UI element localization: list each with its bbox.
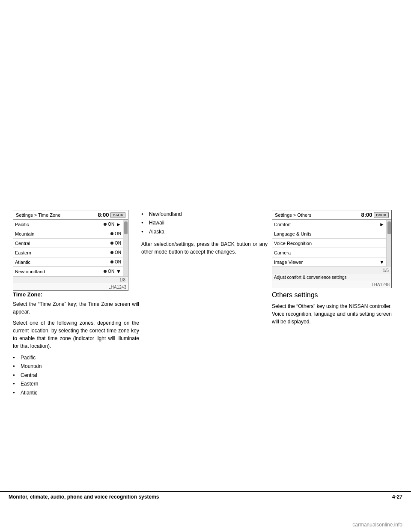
others-label-camera: Camera (274, 250, 291, 255)
others-row-comfort[interactable]: Comfort ► (272, 220, 386, 229)
tz-label-mountain: Mountain (15, 231, 110, 236)
left-screen-time-area: 8:00 BACK (98, 212, 125, 218)
middle-bullets-area: Newfoundland Hawaii Alaska After selecti… (141, 210, 268, 259)
tz-on-pacific: ON (104, 222, 114, 227)
right-lha-label: LHA1248 (272, 281, 391, 288)
left-text-area: Time Zone: Select the “Time Zone” key; t… (13, 291, 139, 397)
bullet-eastern: Eastern (13, 380, 139, 388)
right-screen-panel: Settings > Others 8:00 BACK Comfort ► La… (272, 210, 392, 288)
left-screen-panel: Settings > Time Zone 8:00 BACK Pacific O… (13, 210, 128, 291)
tz-row-central[interactable]: Central ON (13, 239, 123, 248)
others-row-language[interactable]: Language & Units (272, 229, 386, 239)
right-screen-time: 8:00 (361, 212, 372, 218)
tz-on-label-newfoundland: ON (108, 269, 114, 274)
left-lha-label: LHA1243 (13, 284, 128, 290)
left-screen-time: 8:00 (98, 212, 109, 218)
tz-scrollbar-thumb (124, 221, 128, 234)
page: Settings > Time Zone 8:00 BACK Pacific O… (0, 0, 411, 532)
others-row-camera[interactable]: Camera (272, 248, 386, 257)
right-screen-title: Settings > Others (275, 212, 311, 218)
tz-label-central: Central (15, 241, 110, 246)
others-label-language: Language & Units (274, 231, 311, 236)
tz-label-eastern: Eastern (15, 250, 110, 255)
bullet-alaska: Alaska (141, 227, 268, 236)
bullet-pacific: Pacific (13, 353, 139, 362)
tz-dot-eastern (110, 251, 113, 254)
others-scrollbar[interactable] (386, 220, 391, 267)
bottom-bar: Monitor, climate, audio, phone and voice… (0, 491, 411, 502)
tz-on-mountain: ON (110, 231, 121, 236)
right-page-indicator: 1/5 (383, 268, 389, 273)
others-text-area: Others settings Select the “Others” key … (272, 291, 392, 329)
tz-on-label-eastern: ON (115, 250, 121, 255)
tz-list-with-scroll: Pacific ON ► Mountain ON (13, 220, 128, 276)
others-arrow-image-viewer: ▼ (379, 259, 384, 265)
bullet-hawaii: Hawaii (141, 218, 268, 227)
left-screen-footer: 1/8 (13, 276, 128, 283)
tz-arrow-pacific: ► (116, 221, 121, 227)
after-selection-text: After selection/settings, press the BACK… (141, 240, 268, 256)
tz-on-eastern: ON (110, 250, 121, 255)
others-label-voice: Voice Recognition (274, 241, 312, 246)
tz-dot-pacific (104, 223, 107, 226)
tz-dot-central (110, 242, 113, 245)
others-row-voice[interactable]: Voice Recognition (272, 239, 386, 248)
right-back-button[interactable]: BACK (374, 212, 389, 218)
left-screen-header: Settings > Time Zone 8:00 BACK (13, 210, 128, 220)
tz-on-central: ON (110, 241, 121, 245)
others-scrollbar-thumb (387, 221, 391, 234)
bottom-bar-left-text: Monitor, climate, audio, phone and voice… (9, 494, 159, 500)
tz-dot-atlantic (110, 260, 113, 263)
tz-row-pacific[interactable]: Pacific ON ► (13, 220, 123, 229)
bullet-central: Central (13, 371, 139, 380)
tz-on-label-pacific: ON (108, 222, 114, 227)
others-body-text: Select the “Others” key using the NISSAN… (272, 302, 392, 326)
tz-dot-newfoundland (104, 270, 107, 273)
tz-arrow-bottom: ▼ (116, 269, 121, 275)
left-back-button[interactable]: BACK (110, 212, 125, 218)
tz-dot-mountain (110, 232, 113, 235)
tz-rows-area: Pacific ON ► Mountain ON (13, 220, 123, 276)
time-zone-bullet-list: Pacific Mountain Central Eastern Atlanti… (13, 353, 139, 397)
right-screen-header: Settings > Others 8:00 BACK (272, 210, 391, 220)
tz-scrollbar[interactable] (123, 220, 128, 276)
others-arrow-comfort: ► (379, 221, 384, 227)
continuation-bullet-list: Newfoundland Hawaii Alaska (141, 210, 268, 236)
tz-on-label-atlantic: ON (115, 260, 121, 264)
watermark: carmanualsonline.info (352, 522, 402, 528)
tz-row-mountain[interactable]: Mountain ON (13, 229, 123, 239)
tz-label-newfoundland: Newfoundland (15, 269, 104, 274)
others-label-comfort: Comfort (274, 222, 291, 227)
left-screen-title: Settings > Time Zone (16, 212, 60, 218)
tz-row-eastern[interactable]: Eastern ON (13, 248, 123, 257)
tz-on-label-mountain: ON (115, 231, 121, 236)
left-page-indicator: 1/8 (119, 278, 125, 282)
others-label-image-viewer: Image Viewer (274, 260, 303, 265)
bullet-mountain: Mountain (13, 362, 139, 371)
tz-label-atlantic: Atlantic (15, 260, 110, 265)
right-screen-body: Comfort ► Language & Units Voice Recogni… (272, 220, 391, 267)
right-screen-time-area: 8:00 BACK (361, 212, 389, 218)
right-status-text: Adjust comfort & convenience settings (272, 274, 391, 281)
page-number: 4-27 (392, 494, 402, 500)
time-zone-para-2: Select one of the following zones, depen… (13, 319, 139, 350)
tz-on-newfoundland: ON (104, 269, 114, 274)
tz-row-newfoundland[interactable]: Newfoundland ON ▼ (13, 267, 123, 276)
bullet-newfoundland: Newfoundland (141, 210, 268, 218)
bullet-atlantic: Atlantic (13, 389, 139, 397)
others-section-heading: Others settings (272, 291, 392, 299)
tz-on-atlantic: ON (110, 260, 121, 264)
time-zone-section-title: Time Zone: (13, 291, 139, 298)
others-rows-area: Comfort ► Language & Units Voice Recogni… (272, 220, 386, 267)
left-screen-body: Pacific ON ► Mountain ON (13, 220, 128, 276)
time-zone-para-1: Select the “Time Zone” key; the Time Zon… (13, 300, 139, 316)
right-screen-footer: 1/5 (272, 267, 391, 274)
tz-on-label-central: ON (115, 241, 121, 245)
others-list-container: Comfort ► Language & Units Voice Recogni… (272, 220, 391, 267)
others-row-image-viewer[interactable]: Image Viewer ▼ (272, 257, 386, 267)
tz-label-pacific: Pacific (15, 222, 104, 227)
tz-row-atlantic[interactable]: Atlantic ON (13, 257, 123, 267)
